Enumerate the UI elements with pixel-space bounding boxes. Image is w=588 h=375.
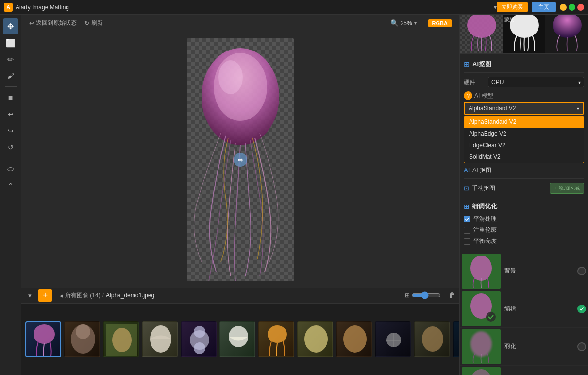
- rgba-badge: RGBA: [428, 19, 452, 27]
- thumbnail-6[interactable]: [219, 321, 255, 357]
- pen-tool-button[interactable]: ✏: [3, 51, 18, 67]
- ai-help-icon[interactable]: ?: [464, 91, 472, 100]
- ai-model-label: AI 模型: [474, 92, 499, 100]
- ai-model-dropdown: AlphaStandard V2 AlphaEdge V2 EdgeClear …: [464, 116, 584, 163]
- nav-back-button[interactable]: ◂: [60, 292, 63, 299]
- ai-model-option-3[interactable]: EdgeClear V2: [464, 139, 584, 151]
- zoom-out-button[interactable]: 🔍: [390, 19, 399, 27]
- contour-label: 注重轮廓: [473, 226, 497, 234]
- all-images-label: 所有图像 (14): [65, 291, 101, 300]
- smooth-label: 平滑处理: [473, 215, 497, 223]
- current-filename: Alpha_demo1.jpeg: [106, 292, 154, 299]
- effect-background[interactable]: 背景: [460, 252, 588, 290]
- reset-button[interactable]: ↺: [3, 139, 18, 155]
- ai-model-option-4[interactable]: SolidMat V2: [464, 151, 584, 163]
- settings-panel: ⊞ AI抠图 硬件 CPU ▾ ? AI 模型 AlphaStandard V2…: [460, 54, 588, 252]
- feather-thumb: [462, 329, 501, 364]
- thumbnail-11[interactable]: [414, 321, 450, 357]
- home-button[interactable]: 主页: [532, 2, 556, 12]
- ai-model-option-1[interactable]: AlphaStandard V2: [464, 116, 584, 128]
- zoom-dropdown-button[interactable]: ▾: [414, 20, 417, 26]
- minimize-button[interactable]: [560, 4, 567, 11]
- select-tool-button[interactable]: ⬭: [3, 161, 18, 177]
- collapse-button[interactable]: ⌃: [3, 178, 18, 193]
- thumbnail-1[interactable]: [25, 321, 61, 357]
- ai-bottom-row: AI AI 抠图: [464, 166, 584, 174]
- thumbnail-3[interactable]: [103, 321, 139, 357]
- add-image-button[interactable]: +: [38, 289, 52, 302]
- effect-blur[interactable]: 模糊: [460, 366, 588, 375]
- original-preview-thumb[interactable]: [545, 15, 588, 53]
- thumbnail-size-slider[interactable]: [412, 291, 441, 299]
- refinement-header: ⊞ 细调优化 —: [464, 202, 584, 211]
- reset-to-original-button[interactable]: ↩ 返回到原始状态: [29, 19, 77, 27]
- main-layout: ✥ ⬜ ✏ 🖌 ■ ↩ ↪ ↺ ⬭ ⌃ ↩ 返回到原始状态 ↻ 刷新: [0, 15, 588, 375]
- zoom-control: 🔍 25% ▾: [390, 19, 417, 27]
- delete-button[interactable]: 🗑: [449, 291, 455, 299]
- add-area-button[interactable]: + 添加区域: [550, 183, 584, 194]
- thumbnail-5[interactable]: [181, 321, 217, 357]
- edit-thumb: [462, 291, 501, 326]
- ai-model-option-2[interactable]: AlphaEdge V2: [464, 128, 584, 139]
- effect-feather[interactable]: 羽化: [460, 328, 588, 366]
- thumbnail-2[interactable]: [64, 321, 100, 357]
- ai-model-selected: AlphaStandard V2: [469, 105, 516, 112]
- smooth-checkbox[interactable]: [464, 216, 470, 222]
- balance-checkbox[interactable]: [464, 238, 470, 245]
- ai-matting-icon: ⊞: [464, 60, 470, 68]
- ai-model-select[interactable]: AlphaStandard V2 ▾: [464, 102, 584, 115]
- effect-edit[interactable]: 编辑: [460, 290, 588, 328]
- preview-row: 蒙版: [460, 15, 588, 54]
- reset-icon: ↩: [29, 20, 34, 27]
- mask-preview-thumb[interactable]: 蒙版: [503, 15, 545, 53]
- ai-model-chevron-icon: ▾: [577, 106, 579, 111]
- balance-label: 平衡亮度: [473, 237, 497, 245]
- manual-icon: ⊡: [464, 185, 469, 192]
- mask-preview-jellyfish: [503, 15, 545, 53]
- svg-point-23: [467, 15, 496, 38]
- svg-point-14: [304, 325, 328, 353]
- thumbnail-4[interactable]: [142, 321, 178, 357]
- right-panel: 蒙版: [459, 15, 588, 375]
- window-controls: [560, 4, 584, 11]
- background-label-area: 背景: [501, 267, 577, 275]
- color-tool-button[interactable]: ■: [3, 90, 18, 105]
- manual-matting-section: ⊡ 手动抠图 + 添加区域: [464, 178, 584, 194]
- rgba-preview-thumb[interactable]: [460, 15, 503, 53]
- thumbnail-8[interactable]: [297, 321, 333, 357]
- thumbnail-12[interactable]: [453, 321, 459, 357]
- canvas-area: ↩ 返回到原始状态 ↻ 刷新 🔍 25% ▾ RGBA: [21, 15, 459, 288]
- redo-button[interactable]: ↪: [3, 123, 18, 138]
- buy-button[interactable]: 立即购买: [497, 2, 528, 12]
- move-tool-button[interactable]: ✥: [3, 18, 18, 34]
- thumbnail-10[interactable]: [375, 321, 411, 357]
- left-toolbar: ✥ ⬜ ✏ 🖌 ■ ↩ ↪ ↺ ⬭ ⌃: [0, 15, 21, 375]
- paint-tool-button[interactable]: 🖌: [3, 68, 18, 84]
- close-button[interactable]: [577, 4, 584, 11]
- svg-point-27: [470, 256, 492, 281]
- refinement-collapse-button[interactable]: —: [577, 203, 584, 210]
- ai-matting-header: ⊞ AI抠图: [464, 58, 584, 73]
- maximize-button[interactable]: [569, 4, 575, 11]
- drag-handle[interactable]: ⇔: [234, 153, 247, 167]
- hardware-select[interactable]: CPU ▾: [488, 77, 584, 87]
- svg-point-13: [268, 325, 287, 343]
- contour-checkbox[interactable]: [464, 227, 470, 234]
- ai-matting-title: AI抠图: [472, 60, 491, 68]
- eraser-tool-button[interactable]: ⬜: [3, 35, 18, 51]
- thumbnail-7[interactable]: [258, 321, 294, 357]
- toolbar-separator-1: [5, 86, 17, 87]
- refinement-section: ⊞ 细调优化 — 平滑处理 注重轮廓 平衡亮度: [464, 198, 584, 245]
- refresh-button[interactable]: ↻ 刷新: [84, 19, 103, 27]
- edit-dot: [577, 305, 586, 313]
- collapse-bottom-button[interactable]: ▾: [25, 291, 34, 300]
- hardware-label: 硬件: [464, 78, 488, 86]
- canvas-content[interactable]: ⇔: [21, 32, 459, 288]
- effects-panel: 背景 编辑 羽化: [460, 252, 588, 375]
- background-thumb: [462, 254, 501, 289]
- undo-button[interactable]: ↩: [3, 106, 18, 122]
- titlebar: A Aiarty Image Matting ▾ 立即购买 主页: [0, 0, 588, 15]
- svg-point-2: [218, 60, 243, 94]
- contour-row: 注重轮廓: [464, 226, 584, 234]
- thumbnail-9[interactable]: [336, 321, 372, 357]
